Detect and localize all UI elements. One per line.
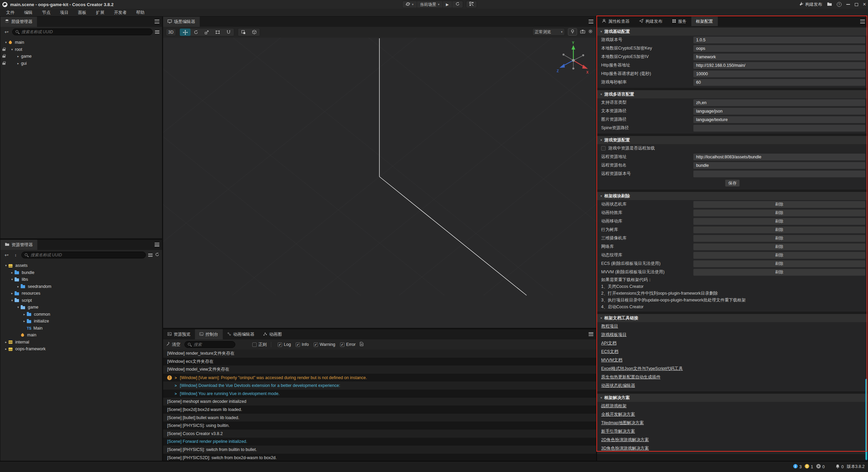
filter-icon[interactable] (155, 31, 159, 34)
filter-warning[interactable]: Warning (314, 342, 335, 347)
field-input[interactable]: oops (693, 45, 865, 52)
mode-3d-button[interactable]: 3D (166, 28, 176, 36)
field-input[interactable]: language/json (693, 108, 865, 115)
window-maximize-button[interactable] (855, 3, 858, 6)
tree-node-libs[interactable]: ▾libs (0, 276, 162, 283)
tree-node-seedrandom[interactable]: ▸seedrandom (0, 283, 162, 290)
field-input[interactable]: language/texture (693, 116, 865, 123)
view-mode-dropdown[interactable]: 正常浏览 ▾ (532, 28, 565, 36)
field-input[interactable]: http://192.168.0.150/main/ (693, 62, 865, 69)
filter-icon[interactable] (148, 254, 153, 257)
console-row[interactable]: [Scene] [PHYSICS2D]: switch from box2d-w… (163, 454, 596, 461)
tree-node-root[interactable]: ▾root (0, 46, 162, 53)
section-header[interactable]: ▾框架解决方案 (597, 394, 868, 402)
filter-error[interactable]: Error (340, 342, 356, 347)
remove-module-button[interactable]: 剔除 (693, 235, 865, 242)
ui-transform-tool-button[interactable] (223, 28, 234, 36)
console-row[interactable]: !>[Window] [Vue warn]: Property "onInput… (163, 374, 596, 382)
remove-module-button[interactable]: 剔除 (693, 218, 865, 225)
tab-属性检查器[interactable]: 属性检查器 (597, 17, 634, 26)
create-asset-button[interactable]: +▾ (3, 252, 10, 258)
field-input[interactable]: http://localhost:8083/assets/bundle (693, 154, 865, 160)
refresh-icon[interactable] (155, 252, 159, 258)
tree-node-assets[interactable]: ▾assets (0, 262, 162, 269)
link-2D角色扮演游戏解决方案[interactable]: 2D角色扮演游戏解决方案 (597, 436, 868, 444)
expand-arrow[interactable]: ▸ (10, 292, 14, 295)
link-游戏模板项目[interactable]: 游戏模板项目 (597, 331, 868, 339)
orientation-gizmo[interactable]: Y X Z (556, 41, 590, 75)
tree-node-gui[interactable]: ▸gui (0, 60, 162, 67)
link-Excel格式转Json文件与TypeScript代码工具[interactable]: Excel格式转Json文件与TypeScript代码工具 (597, 365, 868, 373)
error-count[interactable]: 0 (816, 464, 825, 470)
window-minimize-button[interactable] (846, 4, 850, 5)
link-MVVM文档[interactable]: MVVM文档 (597, 356, 868, 365)
regex-checkbox[interactable]: 正则 (252, 342, 267, 348)
sort-assets-icon[interactable]: ↕ (12, 252, 19, 258)
remove-module-button[interactable]: 剔除 (693, 260, 865, 267)
menu-编辑[interactable]: 编辑 (19, 9, 37, 16)
menu-开发者[interactable]: 开发者 (109, 9, 132, 16)
remove-module-button[interactable]: 剔除 (693, 243, 865, 250)
remove-module-button[interactable]: 剔除 (693, 252, 865, 259)
tab-资源预览[interactable]: 资源预览 (163, 329, 195, 339)
console-row[interactable]: [Window] model_view文件夹存在 (163, 366, 596, 374)
expand-chevron-icon[interactable]: > (175, 392, 177, 396)
console-row[interactable]: [Window] ecs文件夹存在 (163, 358, 596, 366)
lock-icon[interactable] (2, 49, 5, 51)
remove-module-button[interactable]: 剔除 (693, 210, 865, 216)
help-icon[interactable]: ? (837, 2, 842, 7)
play-button[interactable]: ▶ (443, 1, 452, 8)
field-input[interactable]: framework (693, 54, 865, 60)
preview-qr-button[interactable] (466, 1, 477, 8)
link-API文档[interactable]: API文档 (597, 339, 868, 348)
link-3D角色扮演游戏解决方案[interactable]: 3D角色扮演游戏解决方案 (597, 444, 868, 453)
log-file-icon[interactable] (360, 341, 363, 348)
tree-node-game[interactable]: ▸game (0, 53, 162, 60)
console-row[interactable]: [Scene] meshopt wasm decoder initialized (163, 398, 596, 406)
menu-面板[interactable]: 面板 (73, 9, 91, 16)
console-row[interactable]: [Scene] [box2d]:box2d wasm lib loaded. (163, 406, 596, 414)
expand-chevron-icon[interactable]: > (175, 383, 177, 388)
menu-帮助[interactable]: 帮助 (132, 9, 150, 16)
panel-menu-icon[interactable] (860, 20, 865, 23)
field-input[interactable] (693, 125, 865, 132)
warning-count[interactable]: 1 (805, 464, 813, 470)
reload-button[interactable] (452, 1, 463, 8)
console-row[interactable]: [Scene] [bullet]:bullet wasm lib loaded. (163, 414, 596, 422)
checkbox-icon[interactable] (601, 146, 606, 151)
filter-log[interactable]: Log (278, 342, 291, 347)
panel-menu-icon[interactable] (589, 332, 593, 336)
assets-search-input[interactable]: 搜索名称或 UUID (21, 252, 146, 258)
link-动画状态机编辑器[interactable]: 动画状态机编辑器 (597, 381, 868, 390)
lock-icon[interactable] (2, 63, 5, 65)
console-row[interactable]: [Scene] [PHYSICS]: using builtin. (163, 421, 596, 430)
section-header[interactable]: ▾游戏资源配置 (597, 136, 868, 144)
tab-动画编辑器[interactable]: 动画编辑器 (223, 329, 259, 339)
tree-node-internal[interactable]: ▸internal (0, 339, 162, 346)
tab-控制台[interactable]: 控制台 (195, 329, 223, 339)
console-row[interactable]: >[Window] Download the Vue Devtools exte… (163, 381, 596, 390)
console-row[interactable]: [Scene] Forward render pipeline initiali… (163, 438, 596, 446)
save-button[interactable]: 保存 (725, 179, 740, 187)
menu-项目[interactable]: 项目 (55, 9, 73, 16)
notification-count[interactable]: 0 (835, 464, 844, 470)
expand-chevron-icon[interactable]: > (175, 376, 177, 380)
tab-动画图[interactable]: 动画图 (259, 329, 287, 339)
tree-node-main[interactable]: main (0, 332, 162, 339)
device-select[interactable]: ▾ (402, 1, 417, 8)
tree-node-main[interactable]: ▾main (0, 39, 162, 46)
console-search-input[interactable]: 搜索 (184, 341, 235, 348)
expand-arrow[interactable]: ▸ (4, 347, 8, 351)
field-input[interactable]: 10000 (693, 71, 865, 77)
field-input[interactable] (693, 171, 865, 177)
filter-info[interactable]: Info (296, 342, 309, 347)
link-Tiledmap地图解决方案[interactable]: Tiledmap地图解决方案 (597, 419, 868, 427)
console-row[interactable]: >[Window] You are running Vue in develop… (163, 390, 596, 398)
console-row[interactable]: [Scene] [PHYSICS]: switch from builtin t… (163, 446, 596, 454)
build-publish-button[interactable]: 构建发布 (799, 2, 822, 7)
tab-构建发布[interactable]: 构建发布 (634, 17, 667, 26)
panel-menu-icon[interactable] (589, 20, 593, 23)
expand-arrow[interactable]: ▸ (4, 340, 8, 344)
tree-node-oops-framework[interactable]: ▸oops-framework (0, 346, 162, 353)
section-header[interactable]: ▾游戏多语言配置 (597, 90, 868, 98)
